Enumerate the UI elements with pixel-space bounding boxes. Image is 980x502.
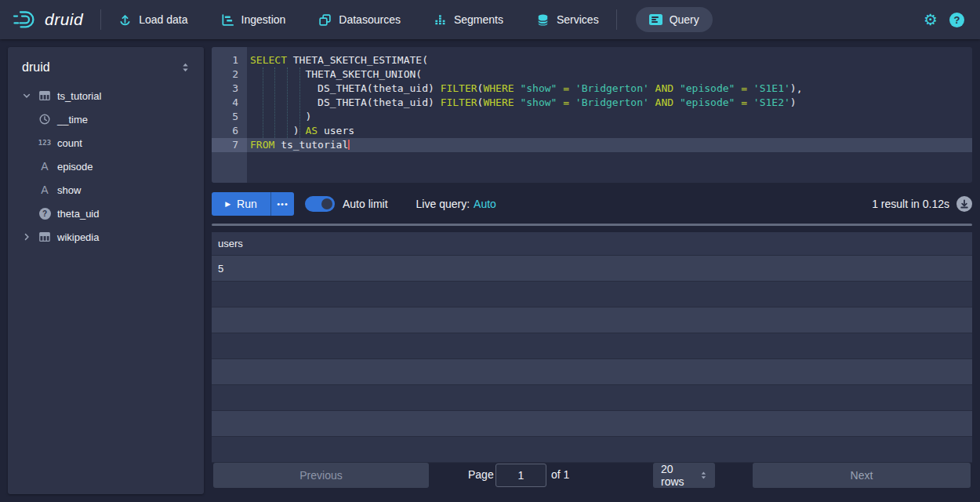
- run-button[interactable]: ▶ Run: [212, 192, 270, 216]
- line-number: 1: [212, 53, 247, 67]
- code-token: ): [250, 125, 305, 136]
- code-token: =: [563, 82, 569, 94]
- live-query-value: Auto: [474, 198, 496, 210]
- schema-name: druid: [22, 60, 50, 75]
- run-button-group: ▶ Run •••: [212, 192, 294, 216]
- code-token: THETA_SKETCH_UNION(: [250, 68, 422, 80]
- panel-separator[interactable]: [212, 224, 972, 226]
- page-number-input[interactable]: [495, 464, 546, 487]
- sidebar-column-theta-uid[interactable]: ? theta_uid: [8, 202, 204, 225]
- toggle-knob: [321, 198, 332, 209]
- services-database-icon: [536, 13, 550, 27]
- auto-limit-toggle[interactable]: [305, 196, 335, 212]
- code-token: =: [741, 82, 747, 94]
- live-query-control[interactable]: Live query:Auto: [416, 198, 496, 210]
- code-token: 'Bridgerton': [575, 96, 649, 108]
- code-token: "show": [520, 82, 557, 94]
- table-icon: [37, 231, 53, 243]
- table-row[interactable]: 5: [212, 256, 972, 282]
- result-count-text: 1 result in 0.12s: [872, 198, 949, 210]
- code-token: [649, 96, 655, 108]
- nav-services-label: Services: [557, 13, 599, 26]
- code-line[interactable]: DS_THETA(theta_uid) FILTER(WHERE "show" …: [247, 96, 972, 110]
- sql-editor[interactable]: 1234567 SELECT THETA_SKETCH_ESTIMATE( TH…: [212, 47, 972, 183]
- code-token: [673, 96, 680, 108]
- sidebar-table-wikipedia[interactable]: wikipedia: [8, 225, 204, 249]
- empty-row-stripe: [212, 282, 972, 307]
- run-more-options-button[interactable]: •••: [270, 192, 294, 216]
- settings-gear-icon[interactable]: ⚙: [924, 12, 938, 27]
- sidebar-column-time[interactable]: __time: [8, 107, 204, 131]
- top-navigation-bar: druid Load data Ingestion: [0, 0, 980, 39]
- code-line[interactable]: FROM ts_tutorial: [247, 138, 972, 152]
- upload-icon: [118, 13, 132, 27]
- code-token: "show": [520, 96, 557, 108]
- code-token: DS_THETA(theta_uid): [250, 82, 441, 94]
- column-name: count: [57, 137, 82, 149]
- code-token: [747, 82, 753, 94]
- code-token: SELECT: [250, 54, 287, 66]
- table-name: ts_tutorial: [57, 90, 101, 102]
- column-header[interactable]: users: [212, 238, 243, 249]
- code-line[interactable]: ): [247, 110, 972, 124]
- previous-page-button[interactable]: Previous: [213, 463, 429, 488]
- code-line[interactable]: DS_THETA(theta_uid) FILTER(WHERE "show" …: [247, 82, 972, 96]
- line-number: 3: [212, 82, 247, 96]
- code-token: "episode": [680, 96, 735, 108]
- nav-load-data-label: Load data: [139, 13, 187, 26]
- nav-ingestion-label: Ingestion: [241, 13, 286, 26]
- column-name: show: [57, 184, 81, 196]
- help-icon[interactable]: ?: [949, 13, 964, 27]
- code-line[interactable]: ) AS users: [247, 124, 972, 138]
- nav-segments[interactable]: Segments: [434, 13, 503, 27]
- table-cell[interactable]: 5: [212, 263, 223, 275]
- code-token: ): [790, 96, 797, 108]
- download-results-icon[interactable]: [956, 196, 972, 212]
- sidebar-table-ts-tutorial[interactable]: ts_tutorial: [8, 84, 204, 107]
- editor-code[interactable]: SELECT THETA_SKETCH_ESTIMATE( THETA_SKET…: [247, 47, 972, 183]
- results-table: users 5: [212, 232, 972, 463]
- code-token: AND: [655, 82, 673, 94]
- code-token: users: [318, 125, 354, 136]
- rows-per-page-select[interactable]: 20 rows: [653, 463, 715, 488]
- druid-logo[interactable]: druid: [13, 9, 83, 31]
- line-number: 4: [212, 96, 247, 110]
- rows-per-page-value: 20 rows: [661, 463, 699, 488]
- sidebar-column-episode[interactable]: A episode: [8, 155, 204, 178]
- druid-logo-icon: [13, 9, 39, 31]
- nav-services[interactable]: Services: [536, 13, 599, 27]
- code-token: 'Bridgerton': [575, 82, 649, 94]
- chevron-right-icon[interactable]: [21, 232, 32, 242]
- play-icon: ▶: [225, 200, 230, 208]
- code-token: WHERE: [483, 96, 514, 108]
- code-token: ts_tutorial: [274, 139, 348, 151]
- more-icon: •••: [277, 199, 289, 209]
- code-line[interactable]: THETA_SKETCH_UNION(: [247, 67, 972, 82]
- nav-datasources[interactable]: Datasources: [318, 13, 401, 27]
- code-token: =: [741, 96, 747, 108]
- string-type-icon: A: [37, 160, 53, 173]
- nav-ingestion[interactable]: Ingestion: [221, 13, 286, 27]
- code-token: AND: [655, 96, 673, 108]
- schema-selector[interactable]: druid: [8, 47, 204, 84]
- sidebar-column-show[interactable]: A show: [8, 178, 204, 202]
- segments-bars-icon: [434, 13, 447, 27]
- schema-sidebar: druid ts_tutorial __time 123 count A epi…: [8, 47, 204, 494]
- column-name: episode: [57, 161, 93, 173]
- code-line[interactable]: SELECT THETA_SKETCH_ESTIMATE(: [247, 53, 972, 67]
- code-token: [747, 96, 753, 108]
- column-name: __time: [57, 114, 88, 126]
- header-right-icons: ⚙ ?: [924, 12, 964, 27]
- sidebar-column-count[interactable]: 123 count: [8, 131, 204, 155]
- chevron-down-icon[interactable]: [21, 91, 32, 100]
- nav-query-active[interactable]: Query: [636, 7, 713, 32]
- auto-limit-label: Auto limit: [343, 198, 388, 210]
- brand-name: druid: [45, 10, 83, 29]
- complex-type-icon: ?: [37, 208, 53, 220]
- code-token: "episode": [680, 82, 735, 94]
- nav-load-data[interactable]: Load data: [118, 13, 187, 27]
- run-label: Run: [237, 198, 257, 210]
- next-page-button[interactable]: Next: [753, 463, 971, 488]
- code-token: [673, 82, 680, 94]
- empty-row-stripe: [212, 307, 972, 333]
